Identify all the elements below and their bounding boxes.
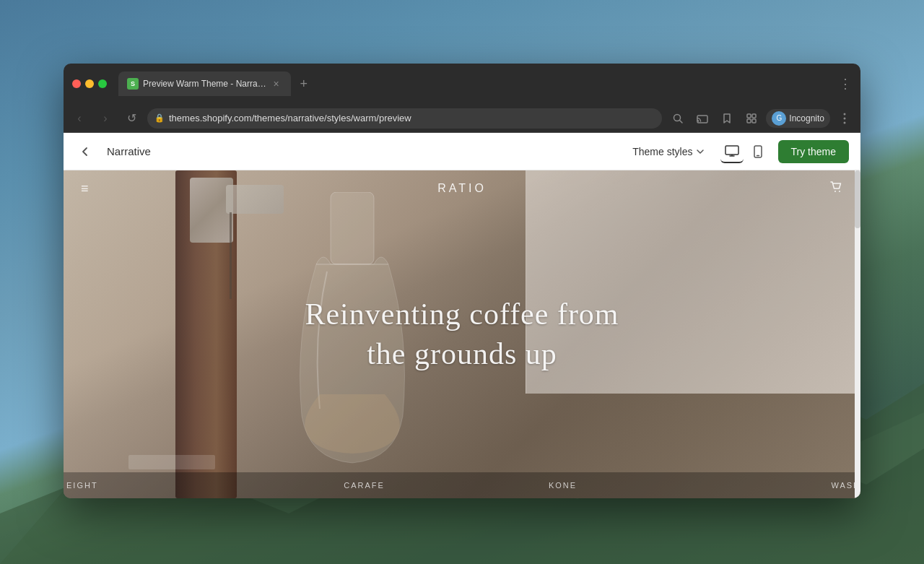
browser-chrome: S Preview Warm Theme - Narra… × + ⋮ — [64, 64, 860, 104]
tab-favicon: S — [127, 78, 139, 90]
tab-title: Preview Warm Theme - Narra… — [143, 79, 266, 89]
tab-bar: S Preview Warm Theme - Narra… × + — [118, 71, 833, 96]
address-bar-actions: G Incognito — [668, 108, 855, 129]
url-text: themes.shopify.com/themes/narrative/styl… — [169, 113, 411, 123]
product-item-carafe[interactable]: CARAFE — [265, 481, 463, 490]
back-to-themes-button[interactable] — [75, 142, 95, 162]
machine-tube — [230, 212, 232, 299]
profile-button[interactable]: G Incognito — [766, 109, 830, 128]
product-item-kone[interactable]: KONE — [463, 481, 662, 490]
store-preview-area: Reinventing coffee from the grounds up E… — [64, 170, 860, 498]
svg-rect-8 — [747, 119, 751, 123]
product-item-eight: EIGHT — [64, 481, 265, 490]
desktop-viewport-button[interactable] — [720, 140, 744, 163]
bookmark-button[interactable] — [717, 108, 737, 129]
scrollbar[interactable] — [855, 170, 860, 498]
theme-preview-header: Narrative Theme styles Try theme — [64, 133, 860, 170]
tab-close-button[interactable]: × — [271, 78, 282, 90]
theme-name-label: Narrative — [107, 145, 151, 157]
profile-name: Incognito — [789, 113, 824, 123]
address-bar[interactable]: 🔒 themes.shopify.com/themes/narrative/st… — [147, 108, 662, 129]
browser-more-button[interactable]: ⋮ — [839, 76, 852, 92]
product-label-kone: KONE — [549, 481, 577, 490]
svg-rect-13 — [725, 146, 738, 155]
try-theme-button[interactable]: Try theme — [778, 140, 850, 163]
back-button[interactable]: ‹ — [69, 108, 90, 129]
mobile-viewport-button[interactable] — [746, 140, 770, 163]
svg-point-11 — [844, 117, 846, 119]
cast-button[interactable] — [692, 108, 712, 129]
lock-icon: 🔒 — [154, 113, 165, 123]
product-label-carafe: CARAFE — [344, 481, 385, 490]
browser-menu-button[interactable] — [834, 108, 855, 129]
svg-point-12 — [844, 121, 846, 123]
svg-point-19 — [834, 191, 836, 192]
hero-headline: Reinventing coffee from the grounds up — [282, 295, 642, 373]
product-item-wash: WASH — [662, 481, 860, 490]
viewport-buttons — [720, 140, 770, 163]
scrollbar-thumb[interactable] — [855, 170, 860, 228]
forward-button[interactable]: › — [95, 108, 116, 129]
active-tab[interactable]: S Preview Warm Theme - Narra… × — [118, 71, 291, 96]
close-traffic-light[interactable] — [72, 79, 81, 88]
maximize-traffic-light[interactable] — [98, 79, 107, 88]
browser-window: S Preview Warm Theme - Narra… × + ⋮ ‹ › … — [64, 64, 860, 498]
svg-rect-7 — [752, 114, 756, 118]
theme-controls: Theme styles Try theme — [625, 140, 849, 163]
address-bar-row: ‹ › ↺ 🔒 themes.shopify.com/themes/narrat… — [64, 104, 860, 133]
product-strip: EIGHT CARAFE KONE WASH — [64, 472, 860, 498]
search-action-button[interactable] — [668, 108, 688, 129]
store-preview: Reinventing coffee from the grounds up E… — [64, 170, 860, 498]
svg-point-20 — [839, 191, 840, 192]
theme-styles-label: Theme styles — [632, 146, 692, 157]
svg-line-4 — [680, 120, 683, 123]
minimize-traffic-light[interactable] — [85, 79, 94, 88]
svg-rect-6 — [747, 114, 751, 118]
product-label-eight: EIGHT — [66, 481, 98, 490]
hero-text-container: Reinventing coffee from the grounds up — [282, 295, 642, 373]
reload-button[interactable]: ↺ — [121, 108, 141, 129]
new-tab-button[interactable]: + — [294, 74, 314, 94]
theme-styles-button[interactable]: Theme styles — [625, 142, 711, 162]
scale-base — [128, 455, 215, 469]
hamburger-icon[interactable]: ≡ — [81, 181, 89, 196]
store-header: ≡ RATIO — [64, 170, 860, 207]
traffic-lights — [72, 79, 107, 88]
svg-rect-5 — [697, 116, 707, 123]
cart-icon[interactable] — [829, 180, 843, 198]
extensions-button[interactable] — [741, 108, 762, 129]
svg-point-10 — [844, 113, 846, 115]
hero-background: Reinventing coffee from the grounds up — [64, 170, 860, 498]
store-logo: RATIO — [437, 182, 487, 195]
profile-avatar: G — [772, 111, 786, 126]
svg-rect-9 — [752, 119, 756, 123]
